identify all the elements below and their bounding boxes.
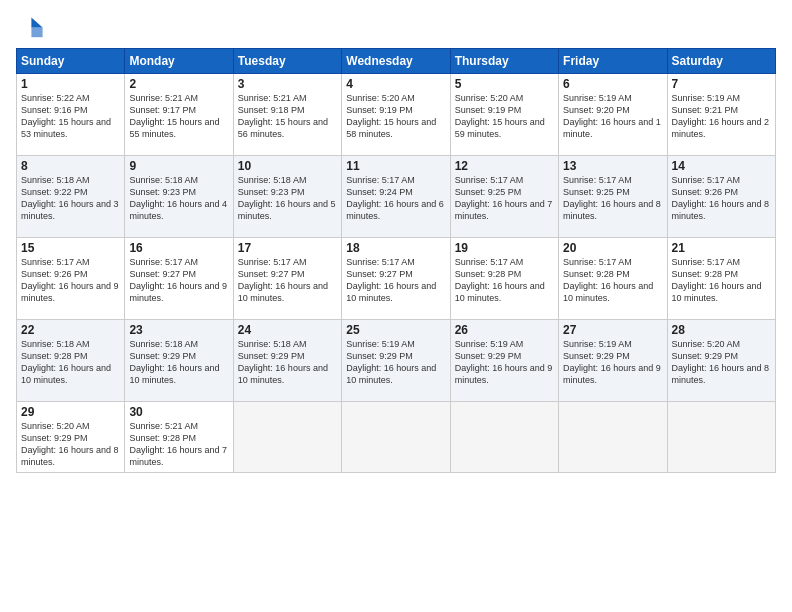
day-number: 4 (346, 77, 445, 91)
day-info: Sunrise: 5:21 AMSunset: 9:28 PMDaylight:… (129, 420, 228, 469)
day-number: 29 (21, 405, 120, 419)
calendar-cell: 29Sunrise: 5:20 AMSunset: 9:29 PMDayligh… (17, 402, 125, 473)
day-number: 5 (455, 77, 554, 91)
calendar-cell (559, 402, 667, 473)
day-info: Sunrise: 5:17 AMSunset: 9:28 PMDaylight:… (563, 256, 662, 305)
day-number: 8 (21, 159, 120, 173)
day-number: 2 (129, 77, 228, 91)
day-number: 14 (672, 159, 771, 173)
day-info: Sunrise: 5:17 AMSunset: 9:28 PMDaylight:… (672, 256, 771, 305)
day-info: Sunrise: 5:18 AMSunset: 9:28 PMDaylight:… (21, 338, 120, 387)
calendar-cell: 14Sunrise: 5:17 AMSunset: 9:26 PMDayligh… (667, 156, 775, 238)
calendar-week-row: 1Sunrise: 5:22 AMSunset: 9:16 PMDaylight… (17, 74, 776, 156)
day-info: Sunrise: 5:19 AMSunset: 9:29 PMDaylight:… (563, 338, 662, 387)
calendar-cell: 3Sunrise: 5:21 AMSunset: 9:18 PMDaylight… (233, 74, 341, 156)
day-info: Sunrise: 5:17 AMSunset: 9:26 PMDaylight:… (672, 174, 771, 223)
weekday-header: Thursday (450, 49, 558, 74)
calendar-cell: 23Sunrise: 5:18 AMSunset: 9:29 PMDayligh… (125, 320, 233, 402)
day-info: Sunrise: 5:18 AMSunset: 9:22 PMDaylight:… (21, 174, 120, 223)
day-info: Sunrise: 5:17 AMSunset: 9:25 PMDaylight:… (455, 174, 554, 223)
day-number: 13 (563, 159, 662, 173)
day-number: 22 (21, 323, 120, 337)
calendar-cell: 24Sunrise: 5:18 AMSunset: 9:29 PMDayligh… (233, 320, 341, 402)
calendar-cell: 4Sunrise: 5:20 AMSunset: 9:19 PMDaylight… (342, 74, 450, 156)
day-number: 3 (238, 77, 337, 91)
calendar-cell: 5Sunrise: 5:20 AMSunset: 9:19 PMDaylight… (450, 74, 558, 156)
day-number: 26 (455, 323, 554, 337)
day-info: Sunrise: 5:18 AMSunset: 9:23 PMDaylight:… (238, 174, 337, 223)
calendar-cell: 7Sunrise: 5:19 AMSunset: 9:21 PMDaylight… (667, 74, 775, 156)
calendar-cell (233, 402, 341, 473)
calendar-week-row: 8Sunrise: 5:18 AMSunset: 9:22 PMDaylight… (17, 156, 776, 238)
day-number: 1 (21, 77, 120, 91)
calendar-week-row: 29Sunrise: 5:20 AMSunset: 9:29 PMDayligh… (17, 402, 776, 473)
day-number: 11 (346, 159, 445, 173)
calendar: SundayMondayTuesdayWednesdayThursdayFrid… (16, 48, 776, 473)
svg-marker-0 (31, 18, 42, 28)
weekday-header: Wednesday (342, 49, 450, 74)
calendar-cell: 19Sunrise: 5:17 AMSunset: 9:28 PMDayligh… (450, 238, 558, 320)
day-number: 28 (672, 323, 771, 337)
logo (16, 12, 48, 40)
calendar-cell: 17Sunrise: 5:17 AMSunset: 9:27 PMDayligh… (233, 238, 341, 320)
day-number: 19 (455, 241, 554, 255)
day-number: 23 (129, 323, 228, 337)
day-info: Sunrise: 5:21 AMSunset: 9:18 PMDaylight:… (238, 92, 337, 141)
weekday-header: Friday (559, 49, 667, 74)
calendar-cell: 15Sunrise: 5:17 AMSunset: 9:26 PMDayligh… (17, 238, 125, 320)
svg-marker-1 (31, 27, 42, 37)
day-info: Sunrise: 5:19 AMSunset: 9:29 PMDaylight:… (346, 338, 445, 387)
day-info: Sunrise: 5:19 AMSunset: 9:29 PMDaylight:… (455, 338, 554, 387)
calendar-cell: 25Sunrise: 5:19 AMSunset: 9:29 PMDayligh… (342, 320, 450, 402)
calendar-week-row: 22Sunrise: 5:18 AMSunset: 9:28 PMDayligh… (17, 320, 776, 402)
weekday-header: Saturday (667, 49, 775, 74)
day-info: Sunrise: 5:17 AMSunset: 9:27 PMDaylight:… (129, 256, 228, 305)
weekday-header-row: SundayMondayTuesdayWednesdayThursdayFrid… (17, 49, 776, 74)
day-info: Sunrise: 5:19 AMSunset: 9:21 PMDaylight:… (672, 92, 771, 141)
day-number: 27 (563, 323, 662, 337)
calendar-cell: 11Sunrise: 5:17 AMSunset: 9:24 PMDayligh… (342, 156, 450, 238)
day-info: Sunrise: 5:18 AMSunset: 9:29 PMDaylight:… (238, 338, 337, 387)
day-number: 30 (129, 405, 228, 419)
day-info: Sunrise: 5:20 AMSunset: 9:19 PMDaylight:… (346, 92, 445, 141)
calendar-cell: 27Sunrise: 5:19 AMSunset: 9:29 PMDayligh… (559, 320, 667, 402)
weekday-header: Monday (125, 49, 233, 74)
day-info: Sunrise: 5:18 AMSunset: 9:23 PMDaylight:… (129, 174, 228, 223)
day-number: 7 (672, 77, 771, 91)
day-number: 24 (238, 323, 337, 337)
page: SundayMondayTuesdayWednesdayThursdayFrid… (0, 0, 792, 612)
calendar-cell: 30Sunrise: 5:21 AMSunset: 9:28 PMDayligh… (125, 402, 233, 473)
calendar-cell: 8Sunrise: 5:18 AMSunset: 9:22 PMDaylight… (17, 156, 125, 238)
day-info: Sunrise: 5:17 AMSunset: 9:25 PMDaylight:… (563, 174, 662, 223)
day-info: Sunrise: 5:17 AMSunset: 9:27 PMDaylight:… (346, 256, 445, 305)
day-number: 21 (672, 241, 771, 255)
calendar-cell: 9Sunrise: 5:18 AMSunset: 9:23 PMDaylight… (125, 156, 233, 238)
calendar-cell: 22Sunrise: 5:18 AMSunset: 9:28 PMDayligh… (17, 320, 125, 402)
day-info: Sunrise: 5:19 AMSunset: 9:20 PMDaylight:… (563, 92, 662, 141)
calendar-cell: 10Sunrise: 5:18 AMSunset: 9:23 PMDayligh… (233, 156, 341, 238)
calendar-cell: 13Sunrise: 5:17 AMSunset: 9:25 PMDayligh… (559, 156, 667, 238)
calendar-cell: 28Sunrise: 5:20 AMSunset: 9:29 PMDayligh… (667, 320, 775, 402)
day-info: Sunrise: 5:20 AMSunset: 9:19 PMDaylight:… (455, 92, 554, 141)
calendar-cell (450, 402, 558, 473)
calendar-week-row: 15Sunrise: 5:17 AMSunset: 9:26 PMDayligh… (17, 238, 776, 320)
day-number: 12 (455, 159, 554, 173)
logo-icon (16, 12, 44, 40)
calendar-cell: 6Sunrise: 5:19 AMSunset: 9:20 PMDaylight… (559, 74, 667, 156)
day-number: 6 (563, 77, 662, 91)
day-number: 25 (346, 323, 445, 337)
day-number: 15 (21, 241, 120, 255)
day-number: 17 (238, 241, 337, 255)
day-info: Sunrise: 5:17 AMSunset: 9:27 PMDaylight:… (238, 256, 337, 305)
day-info: Sunrise: 5:17 AMSunset: 9:26 PMDaylight:… (21, 256, 120, 305)
day-number: 9 (129, 159, 228, 173)
day-info: Sunrise: 5:17 AMSunset: 9:28 PMDaylight:… (455, 256, 554, 305)
day-info: Sunrise: 5:20 AMSunset: 9:29 PMDaylight:… (672, 338, 771, 387)
calendar-cell: 2Sunrise: 5:21 AMSunset: 9:17 PMDaylight… (125, 74, 233, 156)
calendar-cell (342, 402, 450, 473)
day-info: Sunrise: 5:17 AMSunset: 9:24 PMDaylight:… (346, 174, 445, 223)
calendar-cell (667, 402, 775, 473)
day-number: 18 (346, 241, 445, 255)
weekday-header: Tuesday (233, 49, 341, 74)
weekday-header: Sunday (17, 49, 125, 74)
